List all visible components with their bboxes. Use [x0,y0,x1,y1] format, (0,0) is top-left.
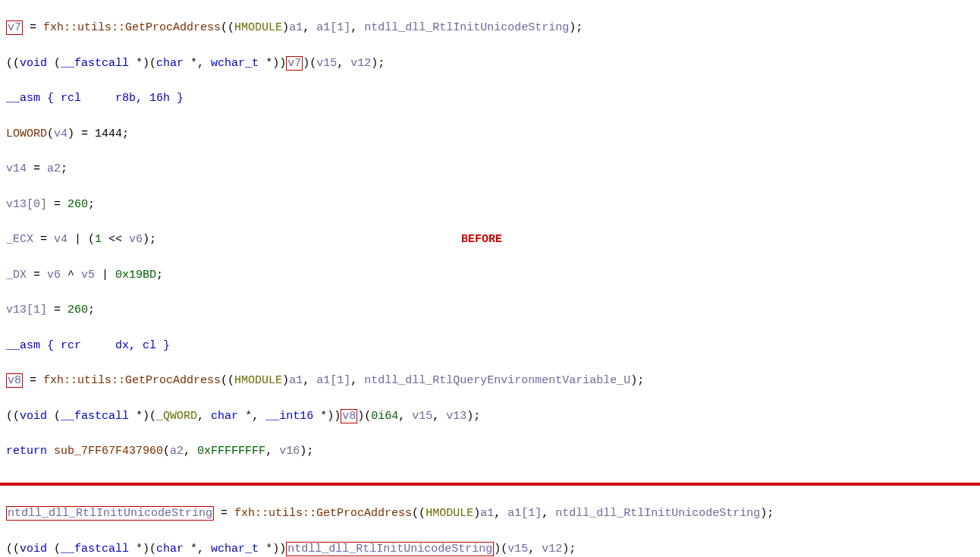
reg-dx: _DX [6,269,27,282]
num-260: 260 [68,198,88,211]
highlight-v8: v8 [6,373,23,388]
loword-macro: LOWORD [6,127,47,140]
highlight-v8-cast: v8 [341,409,357,423]
highlight-v7: v7 [6,20,23,35]
var-v4: v4 [54,127,68,140]
func-call: fxh::utils::GetProcAddress [234,507,412,520]
after-code-block: ntdll_dll_RtlInitUnicodeString = fxh::ut… [0,486,980,557]
highlight-sym-1: ntdll_dll_RtlInitUnicodeString [6,506,214,521]
sub-call: sub_7FF67F437960 [54,445,163,458]
asm-line: __asm { rcl r8b, 16h } [6,92,184,105]
symbol-ref: ntdll_dll_RtlInitUnicodeString [555,507,760,520]
asm-line-2: __asm { rcr dx, cl } [6,339,170,352]
before-label: BEFORE [461,231,502,248]
var-v13-0: v13[0] [6,198,47,211]
func-call: fxh::utils::GetProcAddress [43,21,221,34]
return-kw: return [6,445,47,458]
reg-ecx: _ECX [6,233,33,246]
var-a1-idx: a1[1] [316,21,350,34]
func-call-2: fxh::utils::GetProcAddress [43,374,221,387]
highlight-sym-cast-1: ntdll_dll_RtlInitUnicodeString [286,542,494,556]
var-a2: a2 [47,162,61,175]
var-a1: a1 [289,21,303,34]
var-v12: v12 [350,57,371,70]
literal-1444: = 1444; [81,127,129,140]
highlight-v7-cast: v7 [286,56,303,71]
before-code-block: v7 = fxh::utils::GetProcAddress((HMODULE… [0,0,980,483]
var-v15: v15 [316,57,337,70]
type-hmodule: HMODULE [234,21,282,34]
symbol-ref: ntdll_dll_RtlInitUnicodeString [364,21,569,34]
var-v14: v14 [6,162,27,175]
var-v13-1: v13[1] [6,304,47,316]
symbol-ref-2: ntdll_dll_RtlQueryEnvironmentVariable_U [364,374,630,387]
